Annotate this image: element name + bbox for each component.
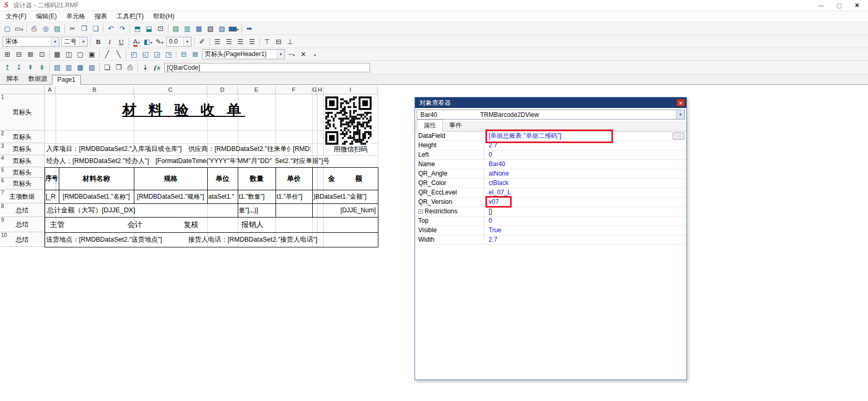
object-selector-combo[interactable]: Bar40 TRMBarcode2DView ▾ [417,110,685,120]
border-none-button[interactable]: ⊡ [36,49,48,60]
data-cell[interactable]: [RMDBDataSet1."规格"] [134,190,207,203]
dropdown-icon[interactable]: ▾ [79,37,87,46]
property-value[interactable]: v07 [484,198,686,207]
diagonal-up-button[interactable]: ╱ [101,49,113,60]
tab-properties[interactable]: 属性 [417,120,443,132]
header-row3-cell-truncated[interactable]: [RMD: [293,143,321,155]
inspector-close-button[interactable]: ✕ [676,99,685,106]
header-row4-cell-truncated[interactable]: Set2."对应单据"]号 [275,155,377,167]
total-mid-cell[interactable]: 量"],,,)] [239,203,274,217]
object-selector-dropdown-icon[interactable]: ▾ [676,110,684,119]
page-order-button[interactable]: ❏ [101,62,113,73]
split-cells-button[interactable]: ◱ [140,49,151,60]
fx-button[interactable]: ƒx [151,62,163,73]
border-full-button[interactable]: ▣ [86,49,98,60]
property-value[interactable]: clBlack [484,179,686,188]
table-header-cell[interactable]: 规格 [134,167,207,190]
row-properties-button[interactable]: ⇟ [36,62,48,73]
insert-barcode-button[interactable]: ▧ [205,23,216,34]
font-name-combo[interactable]: 宋体▾ [3,37,59,47]
insert-frame-button[interactable]: ▦ [193,23,205,34]
data-cell[interactable]: )BDataSet1."金额"] [313,190,377,203]
property-value[interactable]: 0 [484,216,686,225]
signer-cell[interactable]: 主管 [50,217,87,232]
dropdown-icon[interactable]: ▾ [51,37,59,46]
close-button[interactable]: ✕ [848,2,866,9]
border-inner-button[interactable]: ⊟ [13,49,25,60]
signer-cell[interactable]: 会计 [128,217,164,232]
data-cell[interactable]: ataSet1." [208,190,237,203]
column-header-h[interactable]: H [317,86,323,94]
align-justify-button[interactable]: ☰ [246,36,258,47]
data-cell[interactable]: [RMDBDataSet1."名称"] [59,190,134,203]
print-order-button[interactable]: ❐ [113,62,124,73]
border-horizontal-button[interactable]: ◫ [63,49,75,60]
insert-row-above-button[interactable]: ↥ [2,62,13,73]
data-cell[interactable]: t1."数量"] [239,190,275,203]
delete-object-button[interactable]: ✕ [298,49,309,60]
band-settings-button[interactable]: ▦ [75,62,86,73]
column-header-a[interactable]: A [45,86,56,94]
band-selector-combo[interactable]: 页标头(PageHeader1)▾ [202,49,285,59]
menu-toolbars[interactable]: 工具栏(T) [112,11,148,22]
font-size-combo[interactable]: 二号▾ [61,37,88,47]
tab-events[interactable]: 事件 [443,120,468,131]
column-header-g[interactable]: G [312,86,317,94]
table-header-cell[interactable]: 序号 [45,167,59,190]
undo-button[interactable]: ↶ [105,23,117,34]
row-header[interactable]: 1页标头 [0,94,45,131]
fill-color-button[interactable]: ◧▾ [142,36,154,47]
export-button[interactable]: ▤ [51,23,63,34]
bold-button[interactable]: B [92,36,104,47]
collapse-button[interactable]: ↓ [140,62,151,73]
valign-middle-button[interactable]: ⊟ [273,36,284,47]
signer-cell[interactable]: 复核 [184,217,220,232]
align-left-button[interactable]: ☰ [211,36,223,47]
total-label-cell[interactable]: 总计金额（大写）[DJJE_DX] [47,203,236,217]
footer-cell[interactable]: 送货地点：[RMDBDataSet2."送货地点"] 接货人电话：[RMDBDa… [46,232,376,247]
maximize-button[interactable]: ▢ [830,2,848,9]
menu-help[interactable]: 帮助(H) [149,11,179,22]
property-value[interactable]: True [484,226,686,235]
tab-script[interactable]: 脚本 [2,74,24,84]
unlock-cell-button[interactable]: ⊠ [189,49,201,60]
paste-button[interactable]: ❑ [90,23,101,34]
delete-row-button[interactable]: ⇞ [25,62,36,73]
merge-cells-button[interactable]: ◰ [128,49,140,60]
datafield-ellipsis-button[interactable]: ··· [673,133,684,139]
lock-cell-button[interactable]: ⊟ [178,49,189,60]
underline-button[interactable]: U [115,36,127,47]
property-value[interactable]: 2.7 [484,235,686,244]
print-setup-button[interactable]: ⎙ [124,62,136,73]
insert-grid-button[interactable]: ▥ [182,23,193,34]
band-delete-button[interactable]: ▧ [86,62,98,73]
row-header[interactable]: 9总结 [0,217,45,232]
menu-edit[interactable]: 编辑(E) [31,11,61,22]
more-options-button[interactable]: ▾ [309,49,321,60]
header-row3-cell[interactable]: 入库项目：[RMDBDataSet2."入库项目或仓库"] 供应商：[RMDBD… [46,143,290,155]
property-value[interactable]: 0 [484,150,686,159]
qr-caption-cell[interactable]: 用微信扫码 [323,144,378,155]
grid-corner[interactable] [0,86,45,94]
print-button[interactable]: ⎙ [28,23,40,34]
line-color-button[interactable]: ✎▾ [154,36,165,47]
total-amount-cell[interactable]: [DJJE_Num] [313,203,376,217]
format-brush-button[interactable]: ✐ [196,36,208,47]
exit-design-button[interactable]: ➡ [244,23,255,34]
border-outer-button[interactable]: ⊞ [2,49,13,60]
qr-code[interactable] [325,96,372,145]
cut-button[interactable]: ✂ [67,23,78,34]
border-grid-button[interactable]: ▦ [51,49,63,60]
report-title-cell[interactable]: 材 料 验 收 单 [45,97,323,123]
redo-button[interactable]: ↷ [117,23,128,34]
dropdown-icon[interactable]: ▾ [277,50,284,59]
row-header[interactable]: 3页标头 [0,143,45,155]
delete-column-button[interactable]: ▥ [63,62,75,73]
minimize-button[interactable]: — [812,2,830,8]
insert-band-button[interactable]: ▤ [170,23,182,34]
italic-button[interactable]: I [104,36,115,47]
menu-cell[interactable]: 单元格 [61,11,90,22]
merge-horizontal-button[interactable]: ◲ [151,49,163,60]
insert-picture-button[interactable]: ▨ [216,23,228,34]
new-report-button[interactable]: ▢ [2,23,13,34]
